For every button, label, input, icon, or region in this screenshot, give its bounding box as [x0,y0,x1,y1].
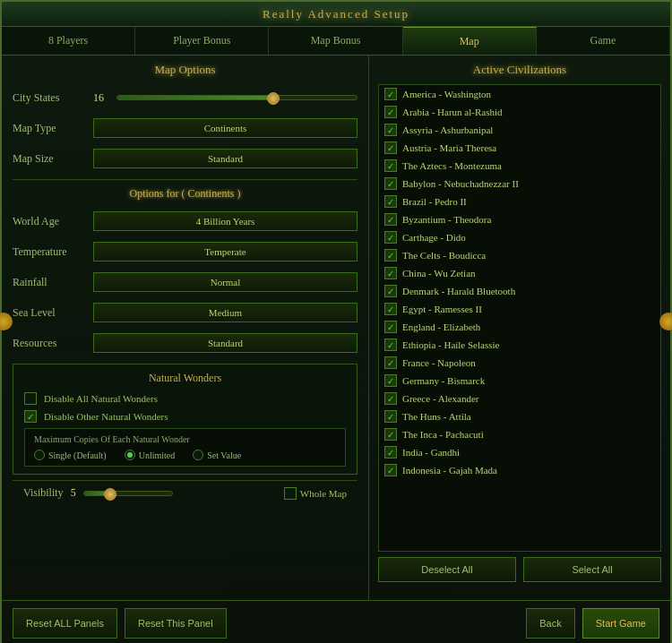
radio-single-input[interactable] [34,450,45,460]
list-item[interactable]: Germany - Bismarck [379,372,660,390]
list-item[interactable]: Assyria - Ashurbanipal [379,121,660,139]
sea-level-row: Sea Level Medium [13,301,358,324]
list-item[interactable]: Brazil - Pedro II [379,193,660,210]
civ-checkbox-21[interactable] [384,464,397,476]
temperature-dropdown[interactable]: Temperate [93,242,358,261]
civ-checkbox-20[interactable] [384,446,397,459]
list-item[interactable]: Ethiopia - Haile Selassie [379,336,660,354]
civ-checkbox-4[interactable] [384,159,397,172]
civ-checkbox-15[interactable] [384,356,397,369]
world-age-row: World Age 4 Billion Years [13,210,358,233]
map-type-label: Map Type [13,122,93,135]
sea-level-dropdown[interactable]: Medium [93,303,358,322]
civ-checkbox-2[interactable] [384,124,397,136]
tabs-row: 8 Players Player Bonus Map Bonus Map Gam… [2,27,670,56]
tab-players[interactable]: 8 Players [2,27,135,55]
list-item[interactable]: France - Napoleon [379,354,660,372]
civ-checkbox-7[interactable] [384,213,397,226]
civ-title: Active Civilizations [378,63,661,77]
temperature-label: Temperature [13,245,93,259]
tab-map[interactable]: Map [403,27,537,55]
civ-checkbox-1[interactable] [384,106,397,118]
whole-map-checkbox[interactable] [284,487,297,500]
civ-checkbox-16[interactable] [384,374,397,387]
rainfall-row: Rainfall Normal [13,270,358,294]
list-item[interactable]: America - Washington [379,85,660,103]
civ-name-7: Byzantium - Theodora [402,214,491,225]
list-item[interactable]: Babylon - Nebuchadnezzar II [379,175,660,193]
radio-set-value-input[interactable] [193,450,203,460]
civ-checkbox-10[interactable] [384,267,397,279]
start-game-button[interactable]: Start Game [582,608,659,639]
list-item[interactable]: Indonesia - Gajah Mada [379,461,660,479]
city-states-track[interactable] [116,95,358,100]
copies-title: Maximum Copies Of Each Natural Wonder [34,434,336,444]
civ-checkbox-9[interactable] [384,249,397,261]
radio-unlimited-input[interactable] [125,450,135,460]
civ-checkbox-19[interactable] [384,428,397,441]
civ-checkbox-14[interactable] [384,339,397,351]
content-area: Map Options City States 16 Map Type Cont… [2,56,670,600]
civ-checkbox-5[interactable] [384,177,397,190]
list-item[interactable]: The Inca - Pachacuti [379,425,660,443]
city-states-thumb[interactable] [267,92,280,105]
right-panel: Active Civilizations America - Washingto… [369,56,670,600]
list-item[interactable]: Denmark - Harald Bluetooth [379,282,660,300]
list-item[interactable]: China - Wu Zetian [379,264,660,282]
tab-game[interactable]: Game [537,27,670,55]
tab-map-bonus[interactable]: Map Bonus [269,27,402,55]
rainfall-label: Rainfall [13,276,93,289]
sea-level-label: Sea Level [13,306,93,320]
reset-this-button[interactable]: Reset This Panel [125,608,227,639]
list-item[interactable]: Greece - Alexander [379,390,660,407]
list-item[interactable]: Carthage - Dido [379,228,660,246]
visibility-slider[interactable] [83,491,173,496]
list-item[interactable]: The Aztecs - Montezuma [379,157,660,175]
rainfall-dropdown[interactable]: Normal [93,272,358,292]
radio-single: Single (Default) [34,450,107,460]
civ-checkbox-8[interactable] [384,231,397,244]
civ-name-21: Indonesia - Gajah Mada [402,465,497,476]
copies-box: Maximum Copies Of Each Natural Wonder Si… [24,428,346,467]
civ-name-20: India - Gandhi [402,447,460,458]
civ-checkbox-13[interactable] [384,321,397,333]
select-all-button[interactable]: Select All [523,557,661,582]
tab-player-bonus[interactable]: Player Bonus [135,27,269,55]
list-item[interactable]: The Huns - Attila [379,407,660,425]
disable-other-row: Disable Other Natural Wonders [24,410,346,423]
disable-other-checkbox[interactable] [24,410,37,423]
reset-all-button[interactable]: Reset ALL Panels [13,608,117,639]
civ-checkbox-11[interactable] [384,285,397,297]
resources-dropdown[interactable]: Standard [93,333,358,353]
civ-checkbox-17[interactable] [384,392,397,405]
world-age-label: World Age [13,215,93,228]
map-size-dropdown[interactable]: Standard [93,149,358,168]
list-item[interactable]: Austria - Maria Theresa [379,139,660,157]
list-item[interactable]: Byzantium - Theodora [379,210,660,228]
civ-checkbox-6[interactable] [384,195,397,208]
city-states-row: City States 16 [13,86,358,109]
civ-name-12: Egypt - Ramesses II [402,304,482,314]
civ-name-1: Arabia - Harun al-Rashid [402,107,503,117]
deselect-all-button[interactable]: Deselect All [378,557,516,582]
civ-checkbox-3[interactable] [384,141,397,154]
list-item[interactable]: England - Elizabeth [379,318,660,336]
civ-checkbox-12[interactable] [384,303,397,315]
disable-other-label: Disable Other Natural Wonders [44,411,168,422]
world-age-dropdown[interactable]: 4 Billion Years [93,211,358,231]
civ-name-18: The Huns - Attila [402,411,471,422]
civ-name-8: Carthage - Dido [402,232,466,243]
map-type-dropdown[interactable]: Continents [93,118,358,138]
civ-checkbox-0[interactable] [384,88,397,100]
list-item[interactable]: India - Gandhi [379,443,660,461]
civ-checkbox-18[interactable] [384,410,397,423]
civ-name-5: Babylon - Nebuchadnezzar II [402,178,519,189]
list-item[interactable]: The Celts - Boudicca [379,246,660,264]
visibility-thumb[interactable] [104,488,116,501]
list-item[interactable]: Egypt - Ramesses II [379,300,660,318]
back-button[interactable]: Back [526,608,574,639]
map-size-label: Map Size [13,152,93,166]
list-item[interactable]: Arabia - Harun al-Rashid [379,103,660,121]
disable-all-checkbox[interactable] [24,392,37,405]
civ-list[interactable]: America - WashingtonArabia - Harun al-Ra… [378,84,661,552]
